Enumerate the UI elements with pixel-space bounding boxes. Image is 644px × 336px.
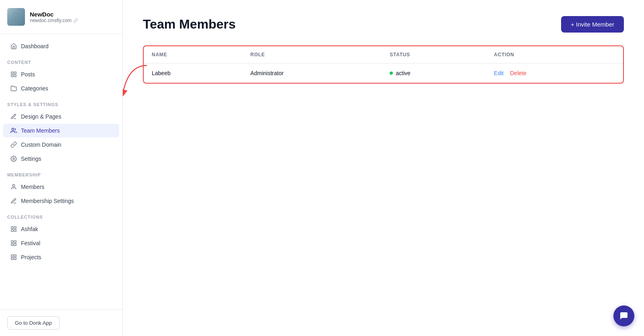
membership-section-label: MEMBERSHIP <box>0 166 122 180</box>
team-members-table-wrapper: NAME ROLE STATUS ACTION Labeeb Administr… <box>143 45 624 84</box>
users-icon <box>10 127 17 134</box>
team-members-table: NAME ROLE STATUS ACTION Labeeb Administr… <box>144 46 623 83</box>
sidebar-item-posts[interactable]: Posts <box>3 68 119 81</box>
styles-section-label: STYLES & SETTINGS <box>0 96 122 109</box>
sidebar-item-settings[interactable]: Settings <box>3 152 119 166</box>
sidebar-item-label: Posts <box>21 71 35 78</box>
sidebar-item-label: Team Members <box>21 127 60 134</box>
svg-rect-15 <box>11 255 13 257</box>
user-icon <box>10 184 17 190</box>
delete-link[interactable]: Delete <box>510 70 526 76</box>
sidebar-item-dashboard[interactable]: Dashboard <box>3 39 119 53</box>
sidebar-item-label: Categories <box>21 85 48 92</box>
svg-rect-9 <box>11 229 13 232</box>
svg-rect-10 <box>14 229 16 232</box>
sidebar-item-membership-settings[interactable]: Membership Settings <box>3 194 119 208</box>
sidebar-item-label: Membership Settings <box>21 198 74 204</box>
svg-rect-1 <box>14 72 16 74</box>
col-status: STATUS <box>382 46 486 64</box>
svg-point-4 <box>12 128 14 130</box>
sidebar-item-members[interactable]: Members <box>3 180 119 194</box>
col-role: ROLE <box>242 46 382 64</box>
site-url: newdoc.cmsfly.com <box>30 18 78 23</box>
member-name: Labeeb <box>144 64 242 83</box>
sidebar: NewDoc newdoc.cmsfly.com Dashboard CONTE… <box>0 0 123 336</box>
member-status: active <box>382 64 486 83</box>
site-logo <box>7 8 25 26</box>
page-header: Team Members + Invite Member <box>143 16 624 33</box>
svg-point-6 <box>12 184 14 186</box>
svg-rect-12 <box>14 241 16 243</box>
svg-rect-11 <box>11 241 13 243</box>
svg-rect-2 <box>11 75 13 77</box>
svg-rect-18 <box>14 258 16 260</box>
sidebar-item-ashfak[interactable]: Ashfak <box>3 222 119 236</box>
site-info: NewDoc newdoc.cmsfly.com <box>30 11 78 23</box>
col-action: ACTION <box>486 46 623 64</box>
sidebar-header: NewDoc newdoc.cmsfly.com <box>0 0 122 34</box>
sidebar-item-projects[interactable]: Projects <box>3 250 119 264</box>
sidebar-item-label: Members <box>21 184 44 190</box>
sidebar-item-label: Festival <box>21 240 40 246</box>
sidebar-item-label: Design & Pages <box>21 113 61 120</box>
svg-point-5 <box>13 158 14 160</box>
pen2-icon <box>10 198 17 204</box>
chat-icon <box>619 311 629 321</box>
sidebar-nav: Dashboard CONTENT Posts Categories STYLE… <box>0 34 122 309</box>
sidebar-item-categories[interactable]: Categories <box>3 82 119 95</box>
link-icon <box>10 141 17 148</box>
svg-rect-16 <box>14 255 16 257</box>
go-to-dorik-button[interactable]: Go to Dorik App <box>7 316 60 330</box>
svg-rect-13 <box>11 244 13 246</box>
svg-rect-17 <box>11 258 13 260</box>
member-action: Edit Delete <box>486 64 623 83</box>
grid-icon <box>10 71 17 78</box>
home-icon <box>10 43 17 49</box>
table-row: Labeeb Administrator active Edit Delete <box>144 64 623 83</box>
sidebar-item-label: Settings <box>21 156 41 162</box>
sidebar-item-label: Dashboard <box>21 43 49 49</box>
sidebar-item-team-members[interactable]: Team Members <box>3 124 119 137</box>
sidebar-item-label: Custom Domain <box>21 141 61 148</box>
invite-member-button[interactable]: + Invite Member <box>561 16 624 33</box>
svg-rect-3 <box>14 75 16 77</box>
col-name: NAME <box>144 46 242 64</box>
page-title: Team Members <box>143 17 236 32</box>
grid4-2-icon <box>10 240 17 246</box>
grid4-icon <box>10 226 17 232</box>
chat-bubble-button[interactable] <box>613 305 634 326</box>
sidebar-item-festival[interactable]: Festival <box>3 236 119 250</box>
pen-icon <box>10 113 17 120</box>
folder-icon <box>10 85 17 92</box>
collections-section-label: COLLECTIONS <box>0 208 122 222</box>
member-role: Administrator <box>242 64 382 83</box>
main-content: Team Members + Invite Member NAME ROLE S… <box>123 0 644 336</box>
sidebar-item-label: Projects <box>21 254 41 260</box>
sidebar-item-label: Ashfak <box>21 226 38 232</box>
grid4-3-icon <box>10 254 17 260</box>
svg-rect-7 <box>11 227 13 229</box>
site-name: NewDoc <box>30 11 78 18</box>
edit-link[interactable]: Edit <box>494 70 504 76</box>
svg-rect-0 <box>11 72 13 74</box>
sidebar-item-design-pages[interactable]: Design & Pages <box>3 110 119 123</box>
svg-rect-8 <box>14 227 16 229</box>
gear-icon <box>10 156 17 162</box>
status-dot <box>390 72 393 75</box>
content-section-label: CONTENT <box>0 53 122 67</box>
svg-rect-14 <box>14 244 16 246</box>
sidebar-footer: Go to Dorik App <box>0 309 122 336</box>
status-text: active <box>396 70 411 76</box>
sidebar-item-custom-domain[interactable]: Custom Domain <box>3 138 119 152</box>
